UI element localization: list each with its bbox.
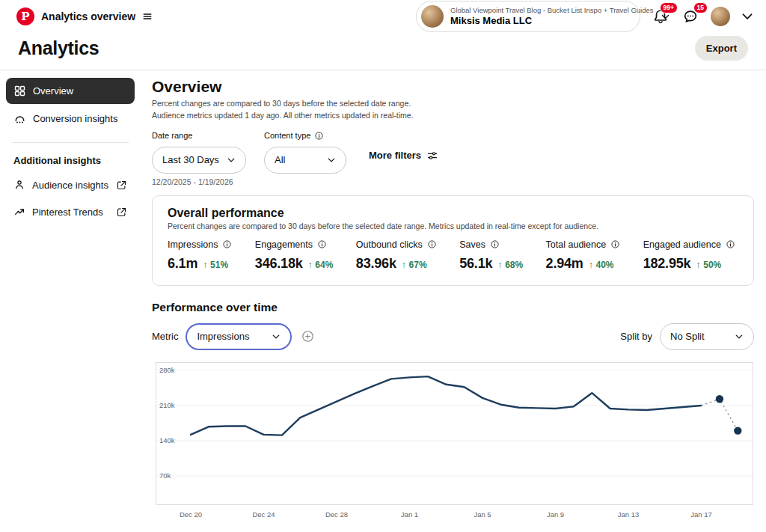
external-link-icon xyxy=(116,180,127,191)
info-icon[interactable] xyxy=(314,131,324,141)
split-by-dropdown[interactable]: No Split xyxy=(660,323,754,350)
date-range-value: Last 30 Days xyxy=(162,154,219,165)
metric-total-audience: Total audience 2.94m ↑ 40% xyxy=(546,239,621,272)
person-icon xyxy=(13,179,25,191)
account-avatar xyxy=(421,5,444,28)
up-arrow-icon: ↑ xyxy=(308,259,313,270)
metric-change: ↑ 64% xyxy=(308,259,334,270)
chart-controls: Metric Impressions Split by No Split xyxy=(152,323,754,350)
chevron-down-icon xyxy=(327,156,336,165)
grid-icon xyxy=(13,85,26,97)
svg-text:210k: 210k xyxy=(159,401,175,409)
sidebar-item-label: Conversion insights xyxy=(33,113,117,124)
metric-engaged-audience: Engaged audience 182.95k ↑ 50% xyxy=(643,239,735,272)
up-arrow-icon: ↑ xyxy=(497,259,503,270)
metric-dropdown[interactable]: Impressions xyxy=(186,323,292,350)
sliders-icon xyxy=(426,150,438,162)
pinterest-analytics-app: P Analytics overview Global Viewpoint Tr… xyxy=(0,0,766,532)
profile-avatar[interactable] xyxy=(711,7,730,26)
date-range-label: Date range xyxy=(152,129,246,142)
gauge-icon xyxy=(13,112,26,125)
svg-text:Jan 13: Jan 13 xyxy=(618,510,640,519)
chevron-down-icon xyxy=(741,10,754,23)
metric-change: ↑ 51% xyxy=(203,259,228,270)
metric-impressions: Impressions 6.1m ↑ 51% xyxy=(168,239,232,272)
sidebar-item-label: Audience insights xyxy=(32,180,109,191)
chevron-down-icon xyxy=(227,156,236,165)
svg-text:70k: 70k xyxy=(159,471,171,480)
svg-text:Jan 9: Jan 9 xyxy=(547,510,564,519)
sidebar-item-overview[interactable]: Overview xyxy=(6,78,135,104)
export-button[interactable]: Export xyxy=(695,36,748,61)
info-icon[interactable] xyxy=(726,239,735,249)
metric-change: ↑ 50% xyxy=(696,259,721,270)
more-filters-button[interactable]: More filters xyxy=(364,149,443,162)
split-by-label: Split by xyxy=(620,331,652,342)
sidebar-item-audience-insights[interactable]: Audience insights xyxy=(6,172,135,198)
metric-value: 346.18k xyxy=(255,256,303,272)
external-link-icon xyxy=(116,207,127,218)
notifications-badge: 99+ xyxy=(660,2,678,13)
info-icon[interactable] xyxy=(610,239,620,249)
svg-text:280k: 280k xyxy=(159,366,175,374)
sidebar-divider xyxy=(12,142,129,143)
performance-chart[interactable]: 280k210k140k70kDec 20Dec 24Dec 28Jan 1Ja… xyxy=(156,362,754,524)
info-icon[interactable] xyxy=(490,239,500,249)
metric-outbound-clicks: Outbound clicks 83.96k ↑ 67% xyxy=(356,239,437,272)
content-type-dropdown[interactable]: All xyxy=(264,147,346,174)
info-icon[interactable] xyxy=(222,239,232,249)
metric-change: ↑ 68% xyxy=(497,259,523,270)
header-expand-button[interactable] xyxy=(741,10,754,23)
overall-performance-subtitle: Percent changes are compared to 30 days … xyxy=(168,221,738,230)
overall-performance-card: Overall performance Percent changes are … xyxy=(152,195,754,286)
sidebar-item-pinterest-trends[interactable]: Pinterest Trends xyxy=(6,199,135,224)
sidebar-section-title: Additional insights xyxy=(6,152,135,172)
up-arrow-icon: ↑ xyxy=(589,259,594,270)
performance-chart-svg[interactable]: 280k210k140k70kDec 20Dec 24Dec 28Jan 1Ja… xyxy=(156,362,753,521)
metric-value: 6.1m xyxy=(168,256,197,272)
svg-text:Dec 28: Dec 28 xyxy=(325,510,348,519)
up-arrow-icon: ↑ xyxy=(696,259,701,270)
metric-value: 83.96k xyxy=(356,256,396,272)
svg-text:Jan 1: Jan 1 xyxy=(401,510,418,519)
info-icon[interactable] xyxy=(427,239,437,249)
svg-text:Dec 20: Dec 20 xyxy=(180,510,202,519)
main-content: Overview Percent changes are compared to… xyxy=(141,70,766,524)
page-title: Analytics xyxy=(18,37,99,59)
overview-description: Percent changes are compared to 30 days … xyxy=(152,98,415,122)
page-title-row: Analytics Export xyxy=(0,33,766,70)
menu-icon[interactable] xyxy=(142,11,153,22)
sidebar-item-label: Pinterest Trends xyxy=(32,207,109,218)
pinterest-logo-icon[interactable]: P xyxy=(16,7,34,25)
metrics-row: Impressions 6.1m ↑ 51% Engagements 346.1… xyxy=(168,239,738,272)
account-blog-name: Global Viewpoint Travel Blog - Bucket Li… xyxy=(450,6,654,15)
info-icon[interactable] xyxy=(317,239,327,249)
date-range-detail: 12/20/2025 - 1/19/2026 xyxy=(152,177,246,186)
filters-row: Date range Last 30 Days 12/20/2025 - 1/1… xyxy=(152,129,754,186)
sidebar-item-label: Overview xyxy=(33,85,73,97)
metric-value: 182.95k xyxy=(643,256,691,272)
svg-text:Jan 17: Jan 17 xyxy=(690,510,712,519)
sidebar-item-conversion-insights[interactable]: Conversion insights xyxy=(6,106,135,132)
svg-text:Dec 24: Dec 24 xyxy=(252,510,275,519)
metric-change: ↑ 40% xyxy=(589,259,614,270)
overview-title: Overview xyxy=(152,78,754,96)
metric-change: ↑ 67% xyxy=(402,259,427,270)
account-switcher[interactable]: Global Viewpoint Travel Blog - Bucket Li… xyxy=(416,1,640,32)
content-type-value: All xyxy=(275,154,285,165)
top-bar: P Analytics overview Global Viewpoint Tr… xyxy=(0,0,766,33)
add-metric-button[interactable] xyxy=(301,329,315,343)
notifications-button[interactable]: 99+ xyxy=(651,7,670,26)
metric-saves: Saves 56.1k ↑ 68% xyxy=(459,239,523,272)
up-arrow-icon: ↑ xyxy=(203,259,208,270)
account-business-name: Miksis Media LLC xyxy=(450,15,532,27)
date-range-dropdown[interactable]: Last 30 Days xyxy=(152,147,246,174)
metric-engagements: Engagements 346.18k ↑ 64% xyxy=(255,239,334,272)
trend-icon xyxy=(13,206,25,218)
svg-text:Jan 5: Jan 5 xyxy=(474,510,491,519)
messages-button[interactable]: 15 xyxy=(681,7,700,26)
chevron-down-icon xyxy=(735,332,744,341)
overall-performance-title: Overall performance xyxy=(168,207,738,220)
metric-select-label: Metric xyxy=(152,331,178,342)
metric-value: 2.94m xyxy=(546,256,583,272)
